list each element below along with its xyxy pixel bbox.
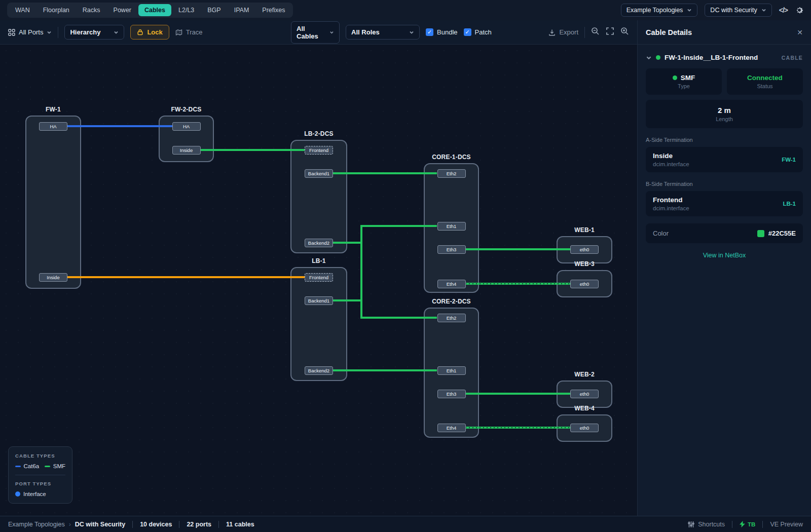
zoom-in-icon xyxy=(620,27,629,35)
cable-header[interactable]: FW-1-Inside__LB-1-Frontend CABLE xyxy=(646,54,803,61)
port-fw-1-ha[interactable]: HA xyxy=(39,122,67,131)
cable-status-label: Status xyxy=(757,83,772,89)
cables-filter-select[interactable]: All Cables xyxy=(291,21,340,44)
nav-right: Example Topologies DC with Security </> xyxy=(621,4,804,17)
topology-group-select[interactable]: Example Topologies xyxy=(621,4,698,17)
breadcrumb-group[interactable]: Example Topologies xyxy=(8,521,65,528)
topology-canvas[interactable]: CABLE TYPES Cat6a SMF PORT TYPES Interfa… xyxy=(0,45,637,516)
port-core-1-dcs-eth3[interactable]: Eth3 xyxy=(437,245,466,254)
port-web-2-eth0[interactable]: eth0 xyxy=(570,390,599,398)
port-web-4-eth0[interactable]: eth0 xyxy=(570,424,599,432)
cables-filter-value: All Cables xyxy=(297,25,324,40)
trace-icon xyxy=(175,29,182,36)
port-fw-1-inside[interactable]: Inside xyxy=(39,273,67,282)
port-lb-1-backend1[interactable]: Backend1 xyxy=(305,296,333,305)
breadcrumb-chevron-icon: › xyxy=(69,521,71,528)
app-window: WANFloorplanRacksPowerCablesL2/L3BGPIPAM… xyxy=(0,0,811,532)
nav-tab-wan[interactable]: WAN xyxy=(9,4,36,16)
lock-button[interactable]: Lock xyxy=(130,25,169,40)
nav-tab-racks[interactable]: Racks xyxy=(77,4,106,16)
patch-checkbox[interactable]: ✓ Patch xyxy=(464,28,492,36)
a-side-termination-card[interactable]: Inside dcim.interface FW-1 xyxy=(646,147,803,172)
cable-color-card: Color #22C55E xyxy=(646,223,803,243)
port-core-2-dcs-eth4[interactable]: Eth4 xyxy=(437,424,466,432)
bundle-checkbox[interactable]: ✓ Bundle xyxy=(426,28,457,36)
chevron-down-icon xyxy=(114,30,119,35)
port-lb-1-backend2[interactable]: Backend2 xyxy=(305,366,333,375)
port-core-2-dcs-eth1[interactable]: Eth1 xyxy=(437,366,466,375)
layout-mode-value: Hierarchy xyxy=(70,28,100,36)
chevron-down-icon xyxy=(329,30,334,35)
cable-length-value: 2 m xyxy=(718,106,731,115)
b-side-kind: dcim.interface xyxy=(653,205,689,211)
divider xyxy=(132,521,133,528)
port-lb-2-dcs-frontend[interactable]: Frontend xyxy=(305,146,333,155)
port-core-1-dcs-eth4[interactable]: Eth4 xyxy=(437,280,466,288)
port-core-1-dcs-eth1[interactable]: Eth1 xyxy=(437,222,466,231)
color-label: Color xyxy=(653,230,669,237)
port-lb-2-dcs-backend1[interactable]: Backend1 xyxy=(305,169,333,178)
chevron-down-icon xyxy=(409,30,414,35)
roles-filter-select[interactable]: All Roles xyxy=(346,25,420,40)
shortcuts-button[interactable]: Shortcuts xyxy=(688,521,725,528)
port-lb-2-dcs-backend2[interactable]: Backend2 xyxy=(305,239,333,247)
roles-filter-value: All Roles xyxy=(351,28,380,36)
breadcrumb-current: DC with Security xyxy=(75,521,125,528)
zoom-in-button[interactable] xyxy=(620,27,629,37)
topology-select[interactable]: DC with Security xyxy=(705,4,771,17)
nav-tab-ipam[interactable]: IPAM xyxy=(228,4,255,16)
b-side-name: Frontend xyxy=(653,196,689,204)
sliders-icon xyxy=(688,521,694,527)
code-icon[interactable]: </> xyxy=(779,6,788,14)
nav-tab-bgp[interactable]: BGP xyxy=(201,4,227,16)
trace-label: Trace xyxy=(186,28,203,36)
export-label: Export xyxy=(559,28,578,36)
color-hex-value: #22C55E xyxy=(768,230,796,237)
cable-lb-1-backend1__core-1-dcs-eth1[interactable] xyxy=(333,226,437,300)
layout-mode-select[interactable]: Hierarchy xyxy=(64,25,124,40)
trace-button[interactable]: Trace xyxy=(175,28,203,36)
a-side-kind: dcim.interface xyxy=(653,161,689,167)
b-side-device-link[interactable]: LB-1 xyxy=(783,201,796,207)
b-side-termination-card[interactable]: Frontend dcim.interface LB-1 xyxy=(646,191,803,216)
nav-tab-floorplan[interactable]: Floorplan xyxy=(37,4,76,16)
cable-details-panel: Cable Details ✕ FW-1-Inside__LB-1-Fronte… xyxy=(638,20,811,516)
color-swatch xyxy=(757,230,764,237)
view-in-netbox-link[interactable]: View in NetBox xyxy=(646,252,803,259)
gear-icon[interactable] xyxy=(795,6,804,15)
ports-filter-button[interactable]: All Ports xyxy=(8,28,52,36)
export-button[interactable]: Export xyxy=(548,28,578,36)
port-web-3-eth0[interactable]: eth0 xyxy=(570,280,599,288)
cables-count: 11 cables xyxy=(226,521,254,528)
close-icon[interactable]: ✕ xyxy=(797,28,803,36)
cable-lb-2-dcs-backend2__core-2-dcs-eth2[interactable] xyxy=(333,243,437,318)
a-side-device-link[interactable]: FW-1 xyxy=(782,157,796,163)
port-core-2-dcs-eth3[interactable]: Eth3 xyxy=(437,390,466,398)
cable-status-dot xyxy=(656,55,660,60)
nav-tab-prefixes[interactable]: Prefixes xyxy=(256,4,291,16)
ve-preview-button[interactable]: VE Preview xyxy=(770,521,803,528)
panel-header: Cable Details ✕ xyxy=(638,20,811,45)
port-lb-1-frontend[interactable]: Frontend xyxy=(305,273,333,282)
lock-icon xyxy=(137,29,143,35)
status-bar: Example Topologies › DC with Security 10… xyxy=(0,516,811,532)
nav-tab-power[interactable]: Power xyxy=(107,4,137,16)
port-fw-2-dcs-inside[interactable]: Inside xyxy=(172,146,201,155)
fit-view-button[interactable] xyxy=(606,27,614,37)
port-core-2-dcs-eth2[interactable]: Eth2 xyxy=(437,314,466,322)
topology-value: DC with Security xyxy=(710,7,757,14)
port-core-1-dcs-eth2[interactable]: Eth2 xyxy=(437,169,466,178)
grid-icon xyxy=(8,29,15,36)
port-web-1-eth0[interactable]: eth0 xyxy=(570,245,599,254)
tb-status-button[interactable]: TB xyxy=(740,521,755,527)
cable-name: FW-1-Inside__LB-1-Frontend xyxy=(665,54,758,61)
nav-tab-l2-l3[interactable]: L2/L3 xyxy=(172,4,200,16)
panel-title: Cable Details xyxy=(646,28,692,36)
b-side-section-label: B-Side Termination xyxy=(646,181,803,187)
cable-length-label: Length xyxy=(716,116,733,122)
zoom-out-icon xyxy=(591,27,600,35)
nav-tab-cables[interactable]: Cables xyxy=(138,4,171,16)
lock-label: Lock xyxy=(147,28,162,36)
zoom-out-button[interactable] xyxy=(591,27,600,37)
port-fw-2-dcs-ha[interactable]: HA xyxy=(172,122,201,131)
